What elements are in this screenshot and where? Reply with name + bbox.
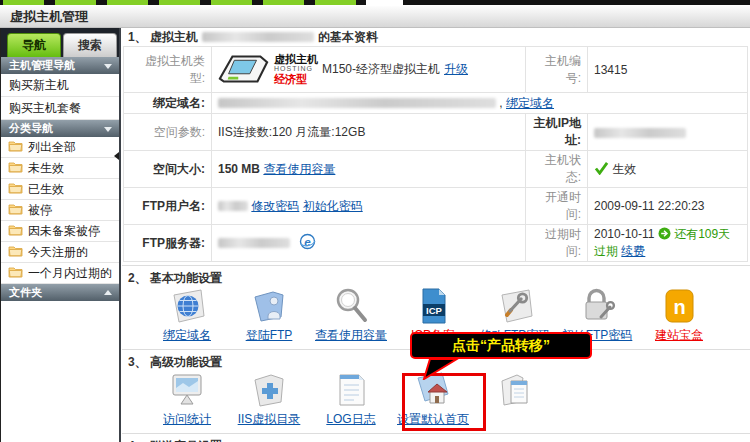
table-row: 空间大小: 150 MB 查看使用容量 主机状态: 生效 — [124, 151, 748, 188]
page-title: 虚拟主机管理 — [0, 6, 750, 28]
expire-time-value-cell: 2010-10-11 还有109天过期 续费 — [588, 225, 748, 262]
ftp-server-value-cell: e — [212, 225, 526, 262]
tab-search[interactable]: 搜索 — [63, 33, 117, 57]
folder-icon — [8, 182, 23, 197]
host-ip-value-cell — [588, 114, 748, 151]
sidebar-section-label: 文件夹 — [9, 286, 42, 298]
folder-plus-icon — [249, 371, 289, 409]
bind-domain-label: 绑定域名: — [124, 93, 212, 114]
expire-time-label: 过期时间: — [526, 225, 588, 262]
ie-icon[interactable]: e — [299, 233, 316, 253]
log-document-icon — [331, 371, 371, 409]
host-id-label: 主机编号: — [526, 47, 588, 93]
host-type-value: M150-经济型虚拟主机 — [322, 61, 440, 78]
sidebar-tabs: 导航 搜索 — [1, 28, 119, 57]
countdown-icon — [658, 227, 671, 243]
host-id-value: 13415 — [588, 47, 748, 93]
feature-nicebox[interactable]: n 建站宝盒 — [638, 287, 720, 344]
table-row: 空间参数: IIS连接数:120 月流量:12GB 主机IP地址: — [124, 114, 748, 151]
feature-view-usage[interactable]: 查看使用容量 — [310, 287, 392, 344]
sidebar-item-buy-host-package[interactable]: 购买主机套餐 — [1, 97, 119, 120]
feature-bind-domain[interactable]: 绑定域名 — [146, 287, 228, 344]
sidebar-collapse-icon[interactable] — [114, 152, 119, 160]
monitor-icon — [167, 371, 207, 409]
sidebar-item-label: 被停 — [28, 202, 52, 219]
annotation-callout: 点击“产品转移” — [410, 332, 592, 359]
sidebar-section-folders[interactable]: 文件夹 — [1, 284, 119, 301]
chevron-down-icon — [104, 127, 112, 132]
sidebar-item-registered-today[interactable]: 今天注册的 — [1, 242, 119, 263]
space-params-label: 空间参数: — [124, 114, 212, 151]
feature-label[interactable]: 绑定域名 — [163, 327, 211, 344]
space-params-value: IIS连接数:120 月流量:12GB — [212, 114, 526, 151]
init-password-link[interactable]: 初始化密码 — [303, 199, 363, 213]
tab-navigation[interactable]: 导航 — [7, 33, 61, 57]
top-strip-black-segment — [403, 0, 750, 5]
folder-icon — [8, 224, 23, 239]
feature-label[interactable]: 登陆FTP — [246, 327, 293, 344]
hosting-laptop-icon — [218, 48, 270, 91]
bind-domain-link[interactable]: 绑定域名 — [506, 96, 554, 110]
section1-heading: 1、 虚拟主机 的基本资料 — [122, 28, 750, 46]
redacted-ip — [594, 128, 686, 138]
sidebar-section-label: 分类导航 — [9, 122, 53, 134]
table-row: FTP用户名: 修改密码 初始化密码 开通时间: 2009-09-11 22:2… — [124, 188, 748, 225]
sidebar-item-label: 列出全部 — [28, 139, 76, 156]
sidebar-item-active[interactable]: 已生效 — [1, 179, 119, 200]
icp-document-icon: ICP — [413, 287, 453, 325]
feature-iis-virtual-dir[interactable]: IIS虚拟目录 — [228, 371, 310, 428]
feature-label[interactable]: LOG日志 — [326, 411, 375, 428]
folder-icon — [8, 161, 23, 176]
sidebar-item-buy-new-host[interactable]: 购买新主机 — [1, 74, 119, 97]
sidebar-item-label: 因未备案被停 — [28, 223, 100, 240]
globe-icon — [167, 287, 207, 325]
feature-label[interactable]: 建站宝盒 — [655, 327, 703, 344]
ftp-folder-icon — [249, 287, 289, 325]
sidebar-item-not-active[interactable]: 未生效 — [1, 158, 119, 179]
sidebar-item-label: 今天注册的 — [28, 244, 88, 261]
renew-link[interactable]: 续费 — [621, 244, 645, 258]
sidebar-item-suspended-no-icp[interactable]: 因未备案被停 — [1, 221, 119, 242]
open-time-label: 开通时间: — [526, 188, 588, 225]
padlock-icon — [577, 287, 617, 325]
section2-heading: 2、 基本功能设置 — [122, 266, 750, 285]
redacted-host-name — [202, 32, 314, 42]
feature-label[interactable]: 查看使用容量 — [315, 327, 387, 344]
upgrade-link[interactable]: 升级 — [444, 61, 468, 78]
svg-text:ICP: ICP — [426, 305, 443, 316]
host-info-table: 虚拟主机类型: 虚拟主机 HOSTING 经济型 M150-经济型虚拟主机 升级… — [123, 46, 748, 262]
host-type-label: 虚拟主机类型: — [124, 47, 212, 93]
feature-label[interactable]: IIS虚拟目录 — [238, 411, 301, 428]
ftp-server-label: FTP服务器: — [124, 225, 212, 262]
folder-icon — [8, 245, 23, 260]
change-password-link[interactable]: 修改密码 — [251, 199, 299, 213]
ftp-user-value-cell: 修改密码 初始化密码 — [212, 188, 526, 225]
domain-separator: , — [499, 96, 502, 110]
feature-visit-stats[interactable]: 访问统计 — [146, 371, 228, 428]
table-row: 绑定域名: , 绑定域名 — [124, 93, 748, 114]
section1-heading-prefix: 1、 虚拟主机 — [128, 29, 198, 46]
feature-label[interactable]: 访问统计 — [163, 411, 211, 428]
magnifier-icon — [331, 287, 371, 325]
host-status-value: 生效 — [612, 162, 636, 176]
sidebar: 导航 搜索 主机管理导航 购买新主机 购买主机套餐 分类导航 列出全部 未生效 … — [0, 28, 119, 442]
sidebar-item-suspended[interactable]: 被停 — [1, 200, 119, 221]
table-row: 虚拟主机类型: 虚拟主机 HOSTING 经济型 M150-经济型虚拟主机 升级… — [124, 47, 748, 93]
sidebar-item-list-all[interactable]: 列出全部 — [1, 137, 119, 158]
sidebar-section-host-management[interactable]: 主机管理导航 — [1, 57, 119, 74]
feature-login-ftp[interactable]: 登陆FTP — [228, 287, 310, 344]
wrench-icon — [495, 287, 535, 325]
sidebar-item-expiring-in-month[interactable]: 一个月内过期的 — [1, 263, 119, 284]
top-strip-green-tabs — [0, 0, 366, 5]
view-usage-link[interactable]: 查看使用容量 — [263, 162, 335, 176]
sidebar-section-category-nav[interactable]: 分类导航 — [1, 120, 119, 137]
folder-icon — [8, 140, 23, 155]
folder-icon — [8, 203, 23, 218]
feature-log[interactable]: LOG日志 — [310, 371, 392, 428]
feature-hidden-under-callout[interactable] — [474, 371, 556, 428]
redacted-ftp-server — [218, 238, 290, 248]
nicebox-icon: n — [659, 287, 699, 325]
chevron-down-icon — [104, 64, 112, 69]
table-row: FTP服务器: e 过期时间: 2010-10-11 还有109天过期 续费 — [124, 225, 748, 262]
section-bundled-products: 4、 附送产品设置 123 计数器 企业邮局管理 数据库管理 产品转移 — [122, 433, 750, 442]
